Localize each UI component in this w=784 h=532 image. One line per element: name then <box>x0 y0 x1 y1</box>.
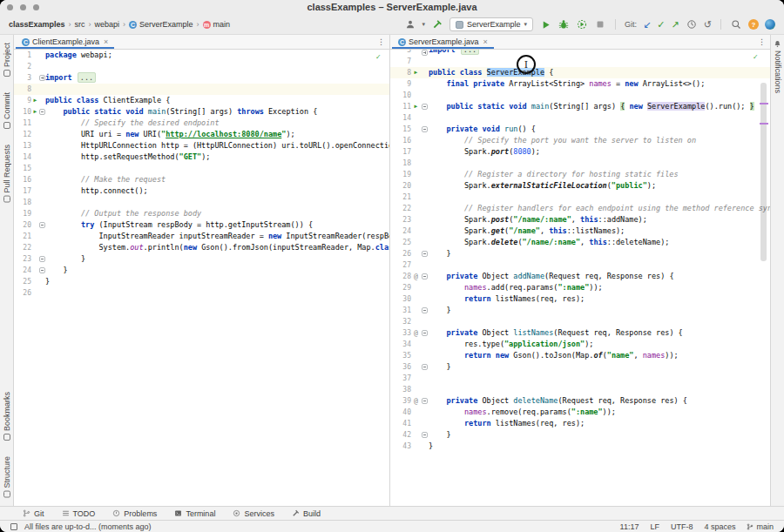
inspections-ok-icon[interactable]: ✓ <box>754 51 758 63</box>
code-line[interactable]: 24 } <box>14 265 389 276</box>
fold-marker-icon[interactable] <box>422 273 428 279</box>
fold-marker-icon[interactable] <box>422 50 428 56</box>
code-line[interactable]: 15 <box>14 163 389 174</box>
code-line[interactable]: 16 // Make the request <box>14 174 389 185</box>
breadcrumb-method[interactable]: m main <box>203 20 231 29</box>
tab-server-example[interactable]: C ServerExample.java × <box>392 35 494 49</box>
indent-setting[interactable]: 4 spaces <box>704 522 735 531</box>
run-button[interactable] <box>539 18 551 30</box>
code-line[interactable]: 20 Spark.externalStaticFileLocation("pub… <box>390 180 770 192</box>
inspections-ok-icon[interactable]: ✓ <box>376 51 381 63</box>
code-line[interactable]: 2 <box>14 61 389 72</box>
toolwindow-build[interactable]: Build <box>292 509 321 518</box>
code-line[interactable]: 38 <box>390 384 770 395</box>
code-line[interactable]: 21 InputStreamReader inputStreamReader =… <box>14 231 389 242</box>
fold-marker-icon[interactable] <box>422 398 428 404</box>
code-line[interactable]: 28@ private Object addName(Request req, … <box>390 271 770 282</box>
history-clock-icon[interactable] <box>686 18 698 30</box>
run-configuration-select[interactable]: ServerExample ▾ <box>449 17 533 31</box>
code-line[interactable]: 10▶ public static void main(String[] arg… <box>14 106 389 118</box>
breadcrumb-webapi[interactable]: webapi <box>95 20 120 29</box>
code-line[interactable]: 31 } <box>390 305 770 316</box>
code-line[interactable]: 1package webapi; <box>14 50 389 61</box>
code-line[interactable]: 19 // Register a directory for hosting s… <box>390 169 770 180</box>
editor-options-kebab-icon[interactable]: ⋮ <box>754 35 770 49</box>
file-encoding[interactable]: UTF-8 <box>671 522 693 531</box>
code-line[interactable]: 3import ... <box>390 50 770 56</box>
sidebar-item-project[interactable]: Project <box>3 43 11 77</box>
code-line[interactable]: 7 <box>390 56 770 67</box>
toolwindow-services[interactable]: Services <box>233 509 274 518</box>
user-profile-icon[interactable] <box>404 18 416 30</box>
run-gutter-icon[interactable]: ▶ <box>411 101 421 112</box>
close-tab-icon[interactable]: × <box>483 37 488 46</box>
close-tab-icon[interactable]: × <box>104 37 108 46</box>
fold-marker-icon[interactable] <box>422 330 428 336</box>
code-line[interactable]: 22 System.out.println(new Gson().fromJso… <box>14 242 389 253</box>
code-line[interactable]: 33@ private Object listNames(Request req… <box>390 327 770 339</box>
run-gutter-icon[interactable]: ▶ <box>31 95 39 106</box>
sidebar-item-pull-requests[interactable]: Pull Requests <box>3 145 11 203</box>
fold-marker-icon[interactable] <box>39 109 45 115</box>
fold-marker-icon[interactable] <box>422 364 428 370</box>
fold-marker-icon[interactable] <box>39 267 45 273</box>
code-line[interactable]: 17 http.connect(); <box>14 185 389 197</box>
breadcrumb-class[interactable]: C ServerExample <box>129 20 193 29</box>
code-line[interactable]: 23 } <box>14 253 389 265</box>
code-editor-server[interactable]: ✓ 3import ...78▶public class ServerExamp… <box>390 50 770 506</box>
code-line[interactable]: 36 } <box>390 361 770 373</box>
status-message[interactable]: All files are up-to-d... (moments ago) <box>24 522 152 531</box>
code-line[interactable]: 8▶public class ServerExample { <box>390 67 770 78</box>
rollback-icon[interactable]: ↺ <box>704 18 712 30</box>
code-line[interactable]: 9 final private ArrayList<String> names … <box>390 78 770 90</box>
code-line[interactable]: 14 http.setRequestMethod("GET"); <box>14 152 389 163</box>
stop-button[interactable] <box>594 18 606 30</box>
toolwindow-git[interactable]: Git <box>23 509 44 518</box>
toolwindow-terminal[interactable]: Terminal <box>174 509 215 518</box>
toolwindow-todo[interactable]: TODO <box>62 509 96 518</box>
code-line[interactable]: 25} <box>14 276 389 287</box>
code-line[interactable]: 35 return new Gson().toJson(Map.of("name… <box>390 350 770 361</box>
breadcrumb-src[interactable]: src <box>75 20 85 29</box>
fold-marker-icon[interactable] <box>422 126 428 132</box>
chevron-down-icon[interactable]: ▾ <box>422 21 426 28</box>
code-line[interactable]: 27 <box>390 259 770 271</box>
git-branch[interactable]: main <box>747 522 774 531</box>
code-line[interactable]: 21 <box>390 192 770 203</box>
editor-scrollbar[interactable] <box>760 83 767 261</box>
profiler-sphere-icon[interactable] <box>765 19 775 30</box>
git-commit-check-icon[interactable]: ✓ <box>657 18 665 30</box>
run-gutter-icon[interactable]: ▶ <box>411 67 421 78</box>
fold-marker-icon[interactable] <box>39 75 45 81</box>
code-line[interactable]: 26 <box>14 287 389 299</box>
fold-marker-icon[interactable] <box>422 104 428 110</box>
code-line[interactable]: 23 Spark.post("/name/:name", this::addNa… <box>390 214 770 226</box>
fold-marker-icon[interactable] <box>39 222 45 228</box>
code-line[interactable]: 42 } <box>390 429 770 441</box>
fold-marker-icon[interactable] <box>422 432 428 438</box>
sidebar-item-structure[interactable]: Structure <box>3 456 11 498</box>
build-hammer-icon[interactable] <box>431 18 443 30</box>
fold-marker-icon[interactable] <box>422 251 428 257</box>
code-line[interactable]: 15 private void run() { <box>390 124 770 135</box>
code-line[interactable]: 22 // Register handlers for each endpoin… <box>390 203 770 214</box>
sidebar-item-notifications[interactable]: Notifications <box>774 40 782 93</box>
code-line[interactable]: 16 // Specify the port you want the serv… <box>390 135 770 146</box>
tab-client-example[interactable]: C ClientExample.java × <box>16 35 114 49</box>
toolwindow-toggle-icon[interactable] <box>10 523 17 530</box>
code-line[interactable]: 19 // Output the response body <box>14 208 389 219</box>
code-line[interactable]: 12 URI uri = new URI("http://localhost:8… <box>14 129 389 140</box>
code-line[interactable]: 3import ... <box>14 72 389 84</box>
line-ending[interactable]: LF <box>650 522 659 531</box>
fold-marker-icon[interactable] <box>422 307 428 313</box>
code-line[interactable]: 17 Spark.port(8080); <box>390 146 770 158</box>
git-push-icon[interactable]: ↗ <box>672 18 679 30</box>
code-line[interactable]: 20 try (InputStream respBody = http.getI… <box>14 219 389 231</box>
sidebar-item-bookmarks[interactable]: Bookmarks <box>3 392 11 441</box>
code-line[interactable]: 24 Spark.get("/name", this::listNames); <box>390 226 770 237</box>
code-line[interactable]: 26 } <box>390 248 770 259</box>
code-line[interactable]: 39@ private Object deleteName(Request re… <box>390 395 770 407</box>
caret-position[interactable]: 11:17 <box>620 522 639 531</box>
code-line[interactable]: 9▶public class ClientExample { <box>14 95 389 106</box>
sidebar-item-commit[interactable]: Commit <box>3 92 11 129</box>
